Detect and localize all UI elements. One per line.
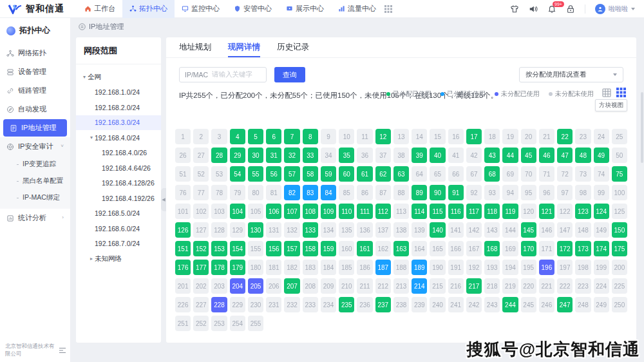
ip-cell-1[interactable]: 1 xyxy=(175,129,191,144)
scrollbar-thumb[interactable] xyxy=(641,92,643,163)
ip-cell-175[interactable]: 175 xyxy=(612,241,627,256)
ip-cell-100[interactable]: 100 xyxy=(612,185,627,200)
ip-cell-111[interactable]: 111 xyxy=(357,204,372,219)
ip-cell-171[interactable]: 171 xyxy=(539,241,554,256)
ip-cell-242[interactable]: 242 xyxy=(466,297,482,312)
ip-cell-20[interactable]: 20 xyxy=(521,129,536,144)
tree-node-192.168.7.0/24[interactable]: 192.168.7.0/24 xyxy=(76,236,161,252)
ip-cell-150[interactable]: 150 xyxy=(612,222,627,238)
ip-cell-134[interactable]: 134 xyxy=(321,222,336,238)
tab-历史记录[interactable]: 历史记录 xyxy=(277,37,309,57)
ip-cell-173[interactable]: 173 xyxy=(575,241,591,256)
ip-cell-125[interactable]: 125 xyxy=(612,204,627,219)
ip-cell-250[interactable]: 250 xyxy=(612,297,627,312)
ip-cell-61[interactable]: 61 xyxy=(357,166,372,182)
window-scrollbar[interactable] xyxy=(640,18,644,362)
ip-cell-135[interactable]: 135 xyxy=(339,222,354,238)
ip-cell-58[interactable]: 58 xyxy=(303,166,318,182)
ip-cell-168[interactable]: 168 xyxy=(484,241,500,256)
ip-cell-91[interactable]: 91 xyxy=(448,185,464,200)
ip-cell-224[interactable]: 224 xyxy=(594,278,609,294)
ip-cell-110[interactable]: 110 xyxy=(339,204,354,219)
ip-cell-183[interactable]: 183 xyxy=(303,260,318,275)
tree-node-192.168.4.0/24[interactable]: ▾192.168.4.0/24 xyxy=(76,130,161,146)
ip-cell-113[interactable]: 113 xyxy=(393,204,409,219)
nav-item-安管中心[interactable]: 安管中心 xyxy=(227,0,279,18)
apps-grid-icon[interactable] xyxy=(384,5,392,13)
ip-cell-41[interactable]: 41 xyxy=(448,148,464,163)
ip-cell-55[interactable]: 55 xyxy=(248,166,263,182)
ip-cell-213[interactable]: 213 xyxy=(393,278,409,294)
ip-cell-5[interactable]: 5 xyxy=(248,129,263,144)
ip-cell-12[interactable]: 12 xyxy=(375,129,391,144)
ip-cell-48[interactable]: 48 xyxy=(575,148,591,163)
ip-cell-121[interactable]: 121 xyxy=(539,204,554,219)
ip-cell-169[interactable]: 169 xyxy=(502,241,518,256)
ip-cell-143[interactable]: 143 xyxy=(484,222,500,238)
ip-cell-117[interactable]: 117 xyxy=(466,204,482,219)
ip-cell-179[interactable]: 179 xyxy=(230,260,245,275)
nav-item-监控中心[interactable]: 监控中心 xyxy=(175,0,227,18)
ip-cell-65[interactable]: 65 xyxy=(430,166,445,182)
ip-cell-207[interactable]: 207 xyxy=(284,278,299,294)
tree-node-未知网络[interactable]: ▸未知网络 xyxy=(76,251,161,267)
ip-cell-234[interactable]: 234 xyxy=(321,297,336,312)
tree-node-192.168.5.0/24[interactable]: 192.168.5.0/24 xyxy=(76,206,161,222)
ip-cell-233[interactable]: 233 xyxy=(303,297,318,312)
ip-cell-203[interactable]: 203 xyxy=(211,278,227,294)
ip-cell-230[interactable]: 230 xyxy=(248,297,263,312)
ip-cell-144[interactable]: 144 xyxy=(502,222,518,238)
lock-icon[interactable] xyxy=(566,5,575,14)
ip-cell-245[interactable]: 245 xyxy=(521,297,536,312)
tab-现网详情[interactable]: 现网详情 xyxy=(228,37,260,57)
ip-cell-119[interactable]: 119 xyxy=(502,204,518,219)
ip-cell-227[interactable]: 227 xyxy=(193,297,209,312)
ip-cell-23[interactable]: 23 xyxy=(575,129,591,144)
ip-cell-18[interactable]: 18 xyxy=(484,129,500,144)
ip-cell-155[interactable]: 155 xyxy=(248,241,263,256)
ip-cell-162[interactable]: 162 xyxy=(375,241,391,256)
ip-cell-76[interactable]: 76 xyxy=(175,185,191,200)
ip-cell-156[interactable]: 156 xyxy=(266,241,281,256)
ip-cell-232[interactable]: 232 xyxy=(284,297,299,312)
ip-cell-158[interactable]: 158 xyxy=(303,241,318,256)
ip-cell-101[interactable]: 101 xyxy=(175,204,191,219)
ip-cell-139[interactable]: 139 xyxy=(412,222,427,238)
ip-cell-63[interactable]: 63 xyxy=(393,166,409,182)
ip-cell-176[interactable]: 176 xyxy=(175,260,191,275)
ip-cell-45[interactable]: 45 xyxy=(521,148,536,163)
tree-node-192.168.4.0/26[interactable]: 192.168.4.0/26 xyxy=(76,146,161,161)
ip-cell-166[interactable]: 166 xyxy=(448,241,464,256)
ip-cell-16[interactable]: 16 xyxy=(448,129,464,144)
ip-cell-85[interactable]: 85 xyxy=(339,185,354,200)
ip-cell-33[interactable]: 33 xyxy=(303,148,318,163)
ip-cell-68[interactable]: 68 xyxy=(484,166,500,182)
ip-cell-28[interactable]: 28 xyxy=(211,148,227,163)
ip-cell-191[interactable]: 191 xyxy=(448,260,464,275)
ip-cell-229[interactable]: 229 xyxy=(230,297,245,312)
ip-cell-73[interactable]: 73 xyxy=(575,166,591,182)
ip-cell-204[interactable]: 204 xyxy=(230,278,245,294)
nav-item-展示中心[interactable]: 展示中心 xyxy=(279,0,331,18)
sidebar-item-设备管理[interactable]: 设备管理 xyxy=(0,62,70,81)
ip-cell-141[interactable]: 141 xyxy=(448,222,464,238)
ip-cell-66[interactable]: 66 xyxy=(448,166,464,182)
ip-cell-82[interactable]: 82 xyxy=(284,185,299,200)
ip-cell-194[interactable]: 194 xyxy=(502,260,518,275)
ip-cell-94[interactable]: 94 xyxy=(502,185,518,200)
ip-cell-29[interactable]: 29 xyxy=(230,148,245,163)
ip-cell-238[interactable]: 238 xyxy=(393,297,409,312)
ip-cell-38[interactable]: 38 xyxy=(393,148,409,163)
ip-cell-11[interactable]: 11 xyxy=(357,129,372,144)
tab-地址规划[interactable]: 地址规划 xyxy=(179,37,211,57)
ip-cell-148[interactable]: 148 xyxy=(575,222,591,238)
ip-cell-104[interactable]: 104 xyxy=(230,204,245,219)
ip-cell-120[interactable]: 120 xyxy=(521,204,536,219)
ip-cell-188[interactable]: 188 xyxy=(393,260,409,275)
tree-node-192.168.4.192/26[interactable]: 192.168.4.192/26 xyxy=(76,191,161,206)
ip-cell-228[interactable]: 228 xyxy=(211,297,227,312)
block-view-icon[interactable] xyxy=(616,88,626,97)
ip-cell-177[interactable]: 177 xyxy=(193,260,209,275)
ip-cell-15[interactable]: 15 xyxy=(430,129,445,144)
ip-cell-164[interactable]: 164 xyxy=(412,241,427,256)
